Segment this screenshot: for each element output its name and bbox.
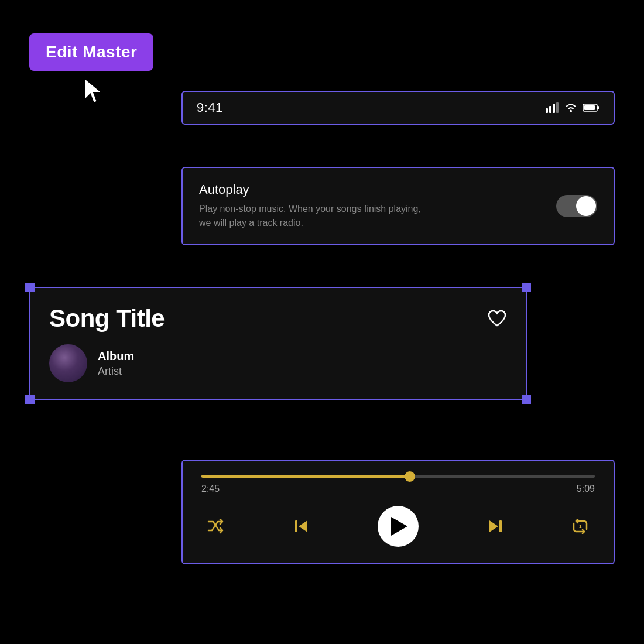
song-meta: Album Artist bbox=[98, 350, 134, 378]
status-icons bbox=[546, 102, 600, 113]
progress-bar-track[interactable] bbox=[201, 475, 595, 478]
controls-row: 1 bbox=[201, 506, 595, 547]
avatar bbox=[49, 344, 87, 382]
selection-handle-bl[interactable] bbox=[25, 395, 35, 404]
svg-rect-9 bbox=[499, 520, 502, 532]
svg-rect-7 bbox=[584, 105, 595, 110]
toggle-knob bbox=[576, 196, 596, 216]
autoplay-panel: Autoplay Play non-stop music. When your … bbox=[181, 167, 615, 245]
progress-bar-fill bbox=[201, 475, 410, 478]
autoplay-description: Play non-stop music. When your songs fin… bbox=[199, 202, 422, 230]
svg-point-4 bbox=[570, 110, 572, 112]
selection-handle-tl[interactable] bbox=[25, 283, 35, 292]
album-name: Album bbox=[98, 350, 134, 363]
svg-rect-2 bbox=[553, 104, 555, 113]
progress-container: 2:45 5:09 bbox=[201, 475, 595, 494]
next-button[interactable] bbox=[487, 518, 503, 535]
heart-icon[interactable] bbox=[487, 309, 507, 332]
song-card-panel: Song Title Album Artist bbox=[29, 287, 527, 400]
play-icon bbox=[391, 517, 407, 536]
autoplay-text-block: Autoplay Play non-stop music. When your … bbox=[199, 182, 556, 230]
song-title: Song Title bbox=[49, 304, 165, 333]
svg-text:1: 1 bbox=[579, 524, 582, 529]
player-panel: 2:45 5:09 bbox=[181, 460, 615, 564]
repeat-button[interactable]: 1 bbox=[571, 519, 589, 534]
svg-rect-3 bbox=[556, 102, 559, 113]
previous-button[interactable] bbox=[293, 518, 310, 535]
status-bar-panel: 9:41 bbox=[181, 91, 615, 125]
song-card-header: Song Title bbox=[49, 304, 507, 333]
play-button[interactable] bbox=[378, 506, 419, 547]
wifi-icon bbox=[564, 102, 577, 113]
progress-thumb bbox=[405, 471, 415, 482]
selection-handle-tr[interactable] bbox=[522, 283, 531, 292]
battery-icon bbox=[583, 103, 600, 112]
svg-rect-6 bbox=[597, 106, 599, 109]
avatar-image bbox=[49, 344, 87, 382]
selection-handle-br[interactable] bbox=[522, 395, 531, 404]
total-time: 5:09 bbox=[577, 484, 595, 494]
next-icon bbox=[487, 518, 503, 535]
time-row: 2:45 5:09 bbox=[201, 484, 595, 494]
shuffle-icon bbox=[207, 519, 225, 534]
autoplay-title: Autoplay bbox=[199, 182, 556, 197]
autoplay-toggle[interactable] bbox=[556, 195, 597, 217]
svg-rect-8 bbox=[295, 520, 297, 532]
shuffle-button[interactable] bbox=[207, 519, 225, 534]
svg-rect-1 bbox=[549, 106, 551, 113]
cursor-icon bbox=[82, 76, 105, 105]
artist-name: Artist bbox=[98, 365, 134, 378]
svg-rect-0 bbox=[546, 108, 548, 113]
song-card-info: Album Artist bbox=[49, 344, 507, 382]
status-time: 9:41 bbox=[197, 100, 223, 115]
signal-icon bbox=[546, 102, 559, 113]
edit-master-button[interactable]: Edit Master bbox=[29, 33, 153, 71]
previous-icon bbox=[293, 518, 310, 535]
repeat-icon: 1 bbox=[571, 519, 589, 534]
current-time: 2:45 bbox=[201, 484, 220, 494]
